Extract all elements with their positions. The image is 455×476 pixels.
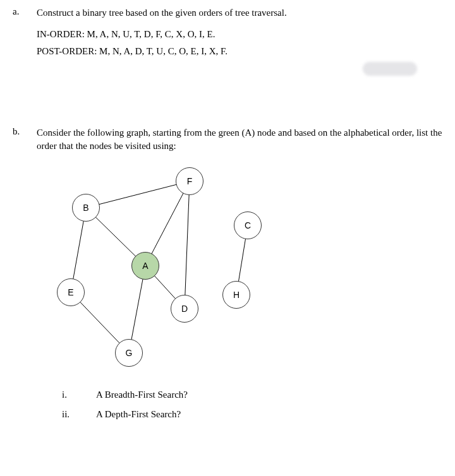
- graph-node-e: E: [57, 278, 85, 306]
- graph-node-b: B: [72, 194, 100, 222]
- svg-line-7: [185, 181, 190, 309]
- in-order-label: IN-ORDER:: [37, 29, 85, 39]
- question-b: b. Consider the following graph, startin…: [13, 126, 442, 420]
- graph-diagram: B F C A E H D G: [34, 162, 274, 377]
- graph-node-g: G: [115, 339, 143, 367]
- post-order-line: POST-ORDER: M, N, A, D, T, U, C, O, E, I…: [37, 46, 442, 57]
- question-b-prompt: Consider the following graph, starting f…: [37, 126, 442, 152]
- question-a-marker: a.: [13, 6, 32, 17]
- question-a-prompt: Construct a binary tree based on the giv…: [37, 6, 442, 19]
- question-a-content: Construct a binary tree based on the giv…: [37, 6, 442, 57]
- graph-node-c: C: [234, 211, 262, 239]
- question-b-content: Consider the following graph, starting f…: [37, 126, 442, 420]
- post-order-label: POST-ORDER:: [37, 46, 97, 56]
- svg-line-4: [145, 181, 190, 266]
- sub-i-text: A Breadth-First Search?: [96, 390, 188, 400]
- graph-node-d: D: [171, 295, 198, 323]
- graph-node-f: F: [176, 167, 203, 195]
- graph-node-h: H: [222, 281, 250, 309]
- sub-questions: i. A Breadth-First Search? ii. A Depth-F…: [62, 390, 442, 420]
- in-order-values: M, A, N, U, T, D, F, C, X, O, I, E.: [87, 29, 215, 39]
- post-order-values: M, N, A, D, T, U, C, O, E, I, X, F.: [99, 46, 228, 56]
- graph-node-a: A: [131, 252, 159, 280]
- svg-line-0: [86, 181, 190, 208]
- question-b-marker: b.: [13, 126, 32, 137]
- sub-i-marker: i.: [62, 390, 77, 400]
- in-order-line: IN-ORDER: M, A, N, U, T, D, F, C, X, O, …: [37, 29, 442, 40]
- sub-question-ii: ii. A Depth-First Search?: [62, 409, 442, 420]
- redaction-mark: [363, 62, 417, 76]
- sub-ii-marker: ii.: [62, 409, 77, 420]
- question-a: a. Construct a binary tree based on the …: [13, 6, 442, 57]
- sub-ii-text: A Depth-First Search?: [96, 409, 181, 420]
- sub-question-i: i. A Breadth-First Search?: [62, 390, 442, 400]
